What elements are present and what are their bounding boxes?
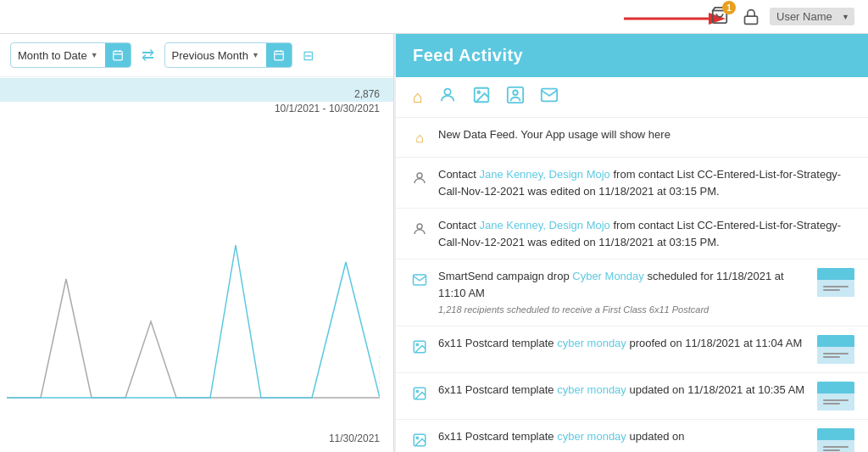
svg-point-25 [416, 437, 418, 438]
user-menu[interactable]: User Name [770, 8, 854, 25]
cart-button[interactable]: 1 [707, 3, 732, 31]
tab-home[interactable]: ⌂ [413, 87, 423, 107]
feed-item: 6x11 Postcard template cyber monday upda… [396, 420, 868, 453]
chart-area: Month to Date ⇄ Previous Month [0, 34, 394, 452]
main-content: Month to Date ⇄ Previous Month [0, 34, 868, 452]
svg-point-17 [513, 91, 518, 96]
feed-panel: Feed Activity ⌂ [394, 34, 868, 452]
feed-item-text: Contact Jane Kenney, Design Mojo from co… [438, 217, 854, 250]
svg-rect-3 [745, 16, 758, 24]
left-filter-label[interactable]: Month to Date [11, 49, 105, 62]
svg-point-21 [416, 343, 418, 345]
svg-point-23 [416, 390, 418, 392]
tab-person[interactable] [506, 86, 525, 109]
feed-item: Contact Jane Kenney, Design Mojo from co… [396, 209, 868, 259]
feed-item: ⌂ New Data Feed. Your App usage will sho… [396, 118, 868, 158]
tab-mail[interactable] [540, 86, 559, 109]
feed-item-text: Contact Jane Kenney, Design Mojo from co… [438, 166, 854, 199]
feed-item-thumbnail [817, 428, 854, 453]
feed-item-home-icon: ⌂ [409, 128, 430, 148]
feed-item-text: 6x11 Postcard template cyber monday upda… [438, 382, 809, 399]
svg-point-18 [417, 173, 422, 178]
feed-title: Feed Activity [413, 46, 523, 64]
calendar-icon-left [112, 49, 124, 61]
right-calendar-button[interactable] [266, 42, 292, 68]
feed-item-image-icon [409, 430, 430, 450]
contact-link[interactable]: Jane Kenney, Design Mojo [479, 168, 609, 181]
feed-item-thumbnail [817, 382, 854, 410]
chart-graph: 2,876 10/1/2021 - 10/30/2021 11/30/2021 [0, 77, 393, 451]
chart-end-date: 11/30/2021 [329, 432, 380, 444]
left-calendar-button[interactable] [105, 42, 131, 68]
feed-item-thumbnail [817, 335, 854, 364]
filter-bar: Month to Date ⇄ Previous Month [0, 34, 393, 77]
campaign-link[interactable]: Cyber Monday [572, 270, 644, 282]
feed-item-text: 6x11 Postcard template cyber monday upda… [438, 428, 809, 445]
svg-point-15 [478, 91, 481, 93]
feed-item-text: New Data Feed. Your App usage will show … [438, 126, 854, 143]
sliders-icon[interactable]: ⊟ [303, 47, 314, 64]
cart-badge: 1 [722, 1, 736, 14]
template-link[interactable]: cyber monday [557, 383, 626, 396]
contact-link[interactable]: Jane Kenney, Design Mojo [479, 219, 609, 232]
feed-item-contact-icon [409, 219, 430, 239]
right-filter-dropdown[interactable]: Previous Month [164, 42, 292, 68]
feed-header: Feed Activity [396, 34, 868, 77]
chart-svg [7, 109, 380, 423]
tab-contact[interactable] [438, 86, 457, 109]
feed-item-text: 6x11 Postcard template cyber monday proo… [438, 335, 809, 352]
feed-item: SmartSend campaign drop Cyber Monday sch… [396, 259, 868, 326]
calendar-icon-right [273, 49, 285, 61]
chart-value-label: 2,876 10/1/2021 - 10/30/2021 [275, 87, 380, 116]
feed-item-text: SmartSend campaign drop Cyber Monday sch… [438, 268, 809, 317]
feed-items-list: ⌂ New Data Feed. Your App usage will sho… [396, 118, 868, 452]
template-link[interactable]: cyber monday [557, 430, 626, 443]
feed-item-image-icon [409, 383, 430, 404]
feed-item: 6x11 Postcard template cyber monday proo… [396, 326, 868, 373]
template-link[interactable]: cyber monday [557, 337, 626, 349]
feed-item-image-icon [409, 337, 430, 357]
svg-rect-8 [275, 51, 284, 60]
svg-rect-4 [113, 51, 122, 60]
right-filter-label[interactable]: Previous Month [165, 49, 266, 62]
feed-item-contact-icon [409, 168, 430, 188]
lock-icon[interactable] [743, 8, 760, 25]
top-bar: 1 User Name [0, 0, 868, 34]
tab-image[interactable] [472, 86, 491, 109]
svg-point-13 [444, 89, 450, 95]
feed-item-subtext: 1,218 recipients scheduled to receive a … [438, 303, 809, 317]
svg-point-19 [417, 224, 422, 229]
feed-item: 6x11 Postcard template cyber monday upda… [396, 373, 868, 420]
feed-item-thumbnail [817, 268, 854, 297]
feed-icon-tabs: ⌂ [396, 77, 868, 118]
left-filter-dropdown[interactable]: Month to Date [10, 42, 131, 68]
feed-item: Contact Jane Kenney, Design Mojo from co… [396, 158, 868, 209]
exchange-icon[interactable]: ⇄ [138, 46, 158, 64]
feed-item-mail-icon [409, 270, 430, 290]
